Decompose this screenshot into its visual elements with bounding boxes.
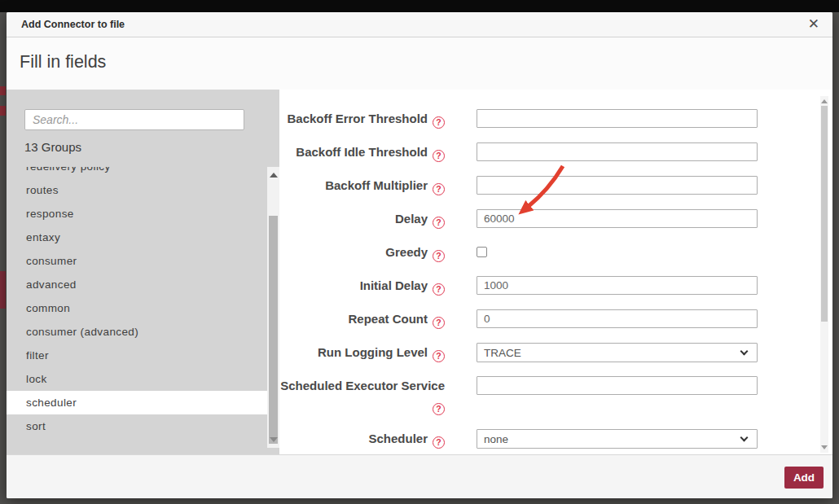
input-scheduled-executor-service[interactable] bbox=[477, 376, 758, 395]
sidebar-scrollbar[interactable] bbox=[267, 167, 279, 448]
add-button[interactable]: Add bbox=[784, 467, 824, 489]
sidebar-group-item-entaxy[interactable]: entaxy bbox=[7, 226, 267, 249]
group-list: redelivery policy routes response entaxy… bbox=[7, 167, 267, 448]
groups-sidebar: 13 Groups redelivery policy routes respo… bbox=[7, 90, 279, 454]
sidebar-group-item-lock[interactable]: lock bbox=[7, 367, 267, 391]
select-value: TRACE bbox=[484, 347, 521, 359]
chevron-down-icon bbox=[740, 433, 749, 441]
form-row-delay: Delay? bbox=[279, 209, 832, 229]
search-input[interactable] bbox=[24, 109, 244, 130]
field-control-area bbox=[477, 376, 758, 395]
form-row-scheduled-executor-service: Scheduled Executor Service? bbox=[279, 376, 832, 415]
field-control-area: none bbox=[477, 429, 758, 449]
checkbox-greedy[interactable] bbox=[477, 247, 487, 257]
top-app-bar bbox=[0, 0, 839, 12]
modal-heading-row: Fill in fields bbox=[7, 37, 832, 90]
input-repeat-count[interactable] bbox=[477, 309, 758, 328]
field-control-area bbox=[477, 276, 758, 295]
sidebar-group-label: entaxy bbox=[26, 231, 60, 243]
select-scheduler[interactable]: none bbox=[477, 429, 758, 449]
form-row-run-logging-level: Run Logging Level? TRACE bbox=[279, 343, 832, 362]
sidebar-group-label: advanced bbox=[26, 278, 77, 291]
field-label: Run Logging Level bbox=[318, 345, 428, 359]
modal-body: 13 Groups redelivery policy routes respo… bbox=[7, 90, 832, 454]
sidebar-group-item-consumer[interactable]: consumer bbox=[7, 249, 267, 273]
modal-footer: Add bbox=[7, 454, 832, 498]
sidebar-group-item-advanced[interactable]: advanced bbox=[7, 273, 267, 296]
field-control-area bbox=[477, 209, 758, 228]
modal-header: Add Connector to file ✕ bbox=[7, 12, 832, 37]
sidebar-group-label: consumer (advanced) bbox=[26, 326, 138, 338]
scroll-down-icon[interactable] bbox=[270, 437, 278, 442]
sidebar-group-item-response[interactable]: response bbox=[7, 202, 267, 226]
scroll-up-icon[interactable] bbox=[270, 173, 278, 177]
form-row-backoff-error-threshold: Backoff Error Threshold? bbox=[279, 109, 832, 129]
field-control-area bbox=[477, 176, 758, 195]
field-label: Initial Delay bbox=[360, 278, 428, 292]
sidebar-group-item-common[interactable]: common bbox=[7, 296, 267, 320]
scrollbar-thumb[interactable] bbox=[821, 106, 828, 322]
field-control-area bbox=[477, 243, 758, 257]
page-title: Fill in fields bbox=[7, 37, 832, 72]
scroll-down-icon[interactable] bbox=[821, 445, 828, 449]
field-label-area: Scheduled Executor Service? bbox=[279, 376, 445, 415]
input-delay[interactable] bbox=[477, 209, 758, 228]
field-label-area: Backoff Idle Threshold? bbox=[279, 142, 445, 162]
select-run-logging-level[interactable]: TRACE bbox=[477, 343, 758, 362]
form-row-backoff-multiplier: Backoff Multiplier? bbox=[279, 176, 832, 195]
field-control-area bbox=[477, 142, 758, 161]
field-label-area: Initial Delay? bbox=[279, 276, 445, 296]
chevron-down-icon bbox=[740, 347, 749, 355]
sidebar-group-label: routes bbox=[26, 184, 59, 196]
sidebar-group-item-filter[interactable]: filter bbox=[7, 344, 267, 367]
field-control-area: TRACE bbox=[477, 343, 758, 362]
modal-title: Add Connector to file bbox=[21, 19, 125, 30]
sidebar-group-label: common bbox=[26, 302, 70, 314]
field-label-area: Backoff Error Threshold? bbox=[279, 109, 445, 129]
scroll-up-icon[interactable] bbox=[821, 99, 828, 103]
field-label: Repeat Count bbox=[349, 312, 428, 326]
background-app-fragment bbox=[0, 271, 6, 309]
sidebar-group-label: response bbox=[26, 208, 74, 220]
form-row-initial-delay: Initial Delay? bbox=[279, 276, 832, 296]
form-row-backoff-idle-threshold: Backoff Idle Threshold? bbox=[279, 142, 832, 162]
sidebar-group-item-scheduler[interactable]: scheduler bbox=[7, 391, 267, 414]
field-control-area bbox=[477, 109, 758, 128]
form-row-repeat-count: Repeat Count? bbox=[279, 309, 832, 329]
background-app-fragment bbox=[0, 106, 6, 116]
input-backoff-error-threshold[interactable] bbox=[477, 109, 758, 128]
field-label-area: Run Logging Level? bbox=[279, 343, 445, 362]
sidebar-group-item-routes[interactable]: routes bbox=[7, 178, 267, 202]
input-backoff-multiplier[interactable] bbox=[477, 176, 758, 195]
sidebar-group-label: lock bbox=[26, 373, 47, 385]
input-backoff-idle-threshold[interactable] bbox=[477, 142, 758, 161]
sidebar-group-item-consumer-advanced[interactable]: consumer (advanced) bbox=[7, 320, 267, 344]
help-icon[interactable]: ? bbox=[433, 116, 445, 129]
help-icon[interactable]: ? bbox=[433, 317, 445, 329]
sidebar-group-item-redelivery-policy[interactable]: redelivery policy bbox=[7, 167, 267, 178]
form-scrollbar[interactable] bbox=[820, 96, 828, 453]
help-icon[interactable]: ? bbox=[433, 150, 445, 162]
help-icon[interactable]: ? bbox=[433, 403, 445, 415]
sidebar-group-label: redelivery policy bbox=[26, 167, 111, 173]
field-label-area: Scheduler? bbox=[279, 429, 445, 449]
field-label-area: Delay? bbox=[279, 209, 445, 229]
help-icon[interactable]: ? bbox=[433, 436, 445, 449]
sidebar-group-item-sort[interactable]: sort bbox=[7, 414, 267, 438]
help-icon[interactable]: ? bbox=[433, 250, 445, 262]
field-label: Backoff Error Threshold bbox=[287, 112, 428, 125]
field-label: Greedy bbox=[385, 245, 428, 259]
close-icon[interactable]: ✕ bbox=[808, 15, 819, 33]
field-control-area bbox=[477, 309, 758, 328]
help-icon[interactable]: ? bbox=[433, 183, 445, 195]
help-icon[interactable]: ? bbox=[433, 350, 445, 362]
select-value: none bbox=[484, 433, 508, 445]
groups-count-label: 13 Groups bbox=[24, 140, 81, 154]
help-icon[interactable]: ? bbox=[433, 217, 445, 229]
dimmed-page-overlay: Add Connector to file ✕ Fill in fields 1… bbox=[0, 0, 839, 504]
sidebar-group-label: filter bbox=[26, 349, 49, 362]
help-icon[interactable]: ? bbox=[433, 283, 445, 296]
field-label-area: Repeat Count? bbox=[279, 309, 445, 329]
scrollbar-thumb[interactable] bbox=[269, 216, 278, 444]
input-initial-delay[interactable] bbox=[477, 276, 758, 295]
